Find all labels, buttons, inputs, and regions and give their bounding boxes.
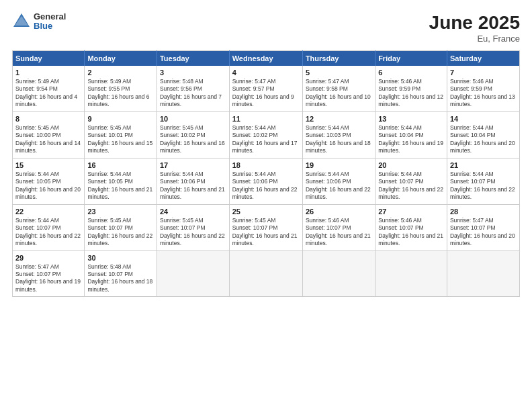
location: Eu, France [429, 34, 520, 44]
day-info: Sunrise: 5:44 AMSunset: 10:07 PMDaylight… [450, 171, 517, 201]
day-info: Sunrise: 5:45 AMSunset: 10:00 PMDaylight… [15, 124, 81, 155]
day-info: Sunrise: 5:49 AMSunset: 9:55 PMDaylight:… [87, 78, 154, 109]
day-info: Sunrise: 5:44 AMSunset: 10:04 PMDaylight… [378, 124, 444, 155]
calendar-cell: 30Sunrise: 5:48 AMSunset: 10:07 PMDaylig… [85, 250, 157, 297]
calendar-cell: 3Sunrise: 5:48 AMSunset: 9:56 PMDaylight… [157, 66, 229, 111]
day-number: 23 [87, 208, 154, 216]
day-number: 29 [15, 254, 81, 262]
weekday-header: Tuesday [157, 51, 229, 66]
day-number: 4 [232, 68, 300, 77]
day-number: 11 [232, 115, 300, 123]
day-number: 20 [378, 161, 444, 169]
day-info: Sunrise: 5:44 AMSunset: 10:02 PMDaylight… [232, 124, 300, 155]
weekday-header: Thursday [302, 51, 375, 66]
calendar-cell: 11Sunrise: 5:44 AMSunset: 10:02 PMDaylig… [229, 111, 302, 158]
day-info: Sunrise: 5:44 AMSunset: 10:06 PMDaylight… [232, 171, 300, 201]
day-info: Sunrise: 5:48 AMSunset: 9:56 PMDaylight:… [160, 78, 226, 109]
calendar-cell: 10Sunrise: 5:45 AMSunset: 10:02 PMDaylig… [157, 111, 229, 158]
calendar-cell [447, 250, 519, 297]
weekday-header: Friday [375, 51, 447, 66]
calendar-week-row: 22Sunrise: 5:44 AMSunset: 10:07 PMDaylig… [13, 204, 520, 250]
calendar-cell: 8Sunrise: 5:45 AMSunset: 10:00 PMDayligh… [13, 111, 85, 158]
logo: General Blue [12, 12, 66, 32]
day-info: Sunrise: 5:47 AMSunset: 9:58 PMDaylight:… [306, 78, 372, 109]
calendar-cell: 2Sunrise: 5:49 AMSunset: 9:55 PMDaylight… [85, 66, 157, 111]
calendar-cell: 25Sunrise: 5:45 AMSunset: 10:07 PMDaylig… [229, 204, 302, 250]
calendar-week-row: 1Sunrise: 5:49 AMSunset: 9:54 PMDaylight… [13, 66, 520, 111]
day-number: 24 [160, 208, 226, 216]
calendar-header-row: SundayMondayTuesdayWednesdayThursdayFrid… [13, 51, 520, 66]
calendar-cell: 17Sunrise: 5:44 AMSunset: 10:06 PMDaylig… [157, 158, 229, 204]
day-number: 1 [15, 68, 81, 77]
month-title: June 2025 [429, 12, 520, 34]
day-number: 12 [306, 115, 372, 123]
day-number: 6 [378, 68, 444, 77]
calendar-cell: 16Sunrise: 5:44 AMSunset: 10:05 PMDaylig… [85, 158, 157, 204]
calendar-cell: 7Sunrise: 5:46 AMSunset: 9:59 PMDaylight… [447, 66, 519, 111]
day-info: Sunrise: 5:44 AMSunset: 10:06 PMDaylight… [306, 171, 372, 201]
calendar-cell: 21Sunrise: 5:44 AMSunset: 10:07 PMDaylig… [447, 158, 519, 204]
day-info: Sunrise: 5:45 AMSunset: 10:07 PMDaylight… [87, 217, 154, 248]
day-number: 15 [15, 161, 81, 169]
calendar-week-row: 15Sunrise: 5:44 AMSunset: 10:05 PMDaylig… [13, 158, 520, 204]
weekday-header: Sunday [13, 51, 85, 66]
calendar-cell: 1Sunrise: 5:49 AMSunset: 9:54 PMDaylight… [13, 66, 85, 111]
calendar-cell [302, 250, 375, 297]
calendar-cell: 24Sunrise: 5:45 AMSunset: 10:07 PMDaylig… [157, 204, 229, 250]
day-number: 14 [450, 115, 517, 123]
day-number: 18 [232, 161, 300, 169]
logo-text: General Blue [34, 12, 66, 32]
logo-icon [12, 12, 31, 31]
day-number: 16 [87, 161, 154, 169]
calendar-cell: 23Sunrise: 5:45 AMSunset: 10:07 PMDaylig… [85, 204, 157, 250]
weekday-header: Monday [85, 51, 157, 66]
day-info: Sunrise: 5:46 AMSunset: 9:59 PMDaylight:… [378, 78, 444, 109]
calendar-cell: 20Sunrise: 5:44 AMSunset: 10:07 PMDaylig… [375, 158, 447, 204]
day-info: Sunrise: 5:44 AMSunset: 10:04 PMDaylight… [450, 124, 517, 155]
day-info: Sunrise: 5:47 AMSunset: 10:07 PMDaylight… [450, 217, 517, 248]
calendar-cell [375, 250, 447, 297]
day-info: Sunrise: 5:46 AMSunset: 10:07 PMDaylight… [378, 217, 444, 248]
day-number: 25 [232, 208, 300, 216]
calendar-cell: 4Sunrise: 5:47 AMSunset: 9:57 PMDaylight… [229, 66, 302, 111]
weekday-header: Wednesday [229, 51, 302, 66]
page: General Blue June 2025 Eu, France Sunday… [0, 0, 532, 411]
day-number: 27 [378, 208, 444, 216]
calendar-cell: 19Sunrise: 5:44 AMSunset: 10:06 PMDaylig… [302, 158, 375, 204]
calendar-cell: 27Sunrise: 5:46 AMSunset: 10:07 PMDaylig… [375, 204, 447, 250]
day-number: 9 [87, 115, 154, 123]
day-info: Sunrise: 5:47 AMSunset: 9:57 PMDaylight:… [232, 78, 300, 109]
day-info: Sunrise: 5:44 AMSunset: 10:07 PMDaylight… [378, 171, 444, 201]
day-number: 7 [450, 68, 517, 77]
day-number: 2 [87, 68, 154, 77]
day-number: 3 [160, 68, 226, 77]
calendar-cell: 12Sunrise: 5:44 AMSunset: 10:03 PMDaylig… [302, 111, 375, 158]
day-info: Sunrise: 5:46 AMSunset: 9:59 PMDaylight:… [450, 78, 517, 109]
calendar-cell: 15Sunrise: 5:44 AMSunset: 10:05 PMDaylig… [13, 158, 85, 204]
day-number: 13 [378, 115, 444, 123]
day-info: Sunrise: 5:45 AMSunset: 10:07 PMDaylight… [232, 217, 300, 248]
day-info: Sunrise: 5:46 AMSunset: 10:07 PMDaylight… [306, 217, 372, 248]
calendar-cell: 29Sunrise: 5:47 AMSunset: 10:07 PMDaylig… [13, 250, 85, 297]
day-info: Sunrise: 5:45 AMSunset: 10:07 PMDaylight… [160, 217, 226, 248]
calendar-cell: 26Sunrise: 5:46 AMSunset: 10:07 PMDaylig… [302, 204, 375, 250]
day-info: Sunrise: 5:47 AMSunset: 10:07 PMDaylight… [15, 263, 81, 294]
day-info: Sunrise: 5:44 AMSunset: 10:05 PMDaylight… [87, 171, 154, 201]
calendar-week-row: 8Sunrise: 5:45 AMSunset: 10:00 PMDayligh… [13, 111, 520, 158]
calendar-cell: 5Sunrise: 5:47 AMSunset: 9:58 PMDaylight… [302, 66, 375, 111]
day-number: 19 [306, 161, 372, 169]
logo-general: General [34, 12, 66, 21]
day-number: 30 [87, 254, 154, 262]
day-info: Sunrise: 5:45 AMSunset: 10:02 PMDaylight… [160, 124, 226, 155]
calendar-cell: 9Sunrise: 5:45 AMSunset: 10:01 PMDayligh… [85, 111, 157, 158]
header: General Blue June 2025 Eu, France [12, 12, 520, 44]
day-number: 17 [160, 161, 226, 169]
day-number: 22 [15, 208, 81, 216]
calendar-cell: 6Sunrise: 5:46 AMSunset: 9:59 PMDaylight… [375, 66, 447, 111]
day-info: Sunrise: 5:48 AMSunset: 10:07 PMDaylight… [87, 263, 154, 294]
calendar-table: SundayMondayTuesdayWednesdayThursdayFrid… [12, 50, 520, 297]
day-info: Sunrise: 5:44 AMSunset: 10:07 PMDaylight… [15, 217, 81, 248]
day-info: Sunrise: 5:44 AMSunset: 10:05 PMDaylight… [15, 171, 81, 201]
day-info: Sunrise: 5:45 AMSunset: 10:01 PMDaylight… [87, 124, 154, 155]
day-number: 5 [306, 68, 372, 77]
